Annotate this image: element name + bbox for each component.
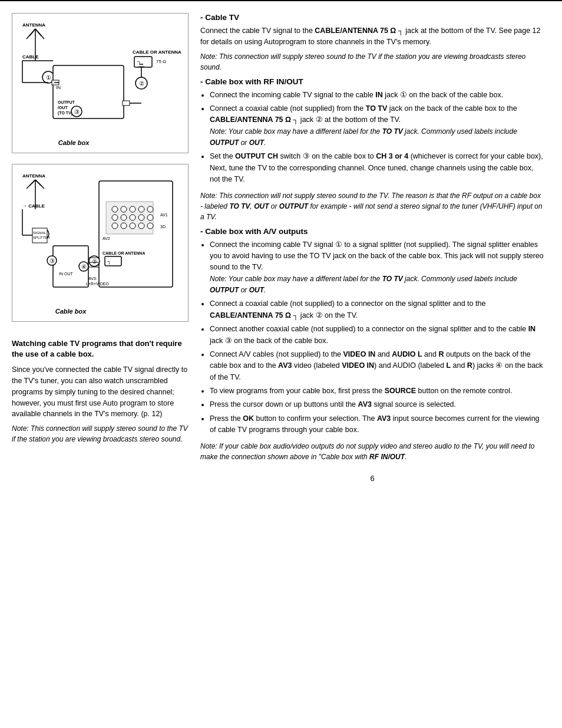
svg-point-28 (112, 206, 118, 212)
av-av3conf-bold: AV3 (377, 414, 391, 423)
svg-point-30 (130, 206, 135, 212)
svg-point-40 (130, 223, 135, 229)
d2-cable-antenna-label: CABLE OR ANTENNA (103, 251, 145, 255)
d1-antenna-label: ANTENNA (22, 22, 45, 28)
rf-totv-bold: TO TV (366, 104, 388, 113)
rf-bullet2: Connect a coaxial cable (not supplied) f… (210, 103, 544, 149)
cable-tv-section: - Cable TV Connect the cable TV signal t… (200, 13, 544, 73)
av-note: Note: If your cable box audio/video outp… (200, 441, 544, 462)
svg-point-32 (147, 206, 153, 212)
diagram2-svg: ANTENNA → CABLE AV1 3D AV2 (17, 169, 183, 317)
av-bullet3: Connect another coaxial cable (not suppl… (210, 324, 544, 347)
av-bullet2: Connect a coaxial cable (not supplied) t… (210, 298, 544, 321)
av-av3sig-bold: AV3 (358, 400, 372, 409)
d1-output-label: OUTPUT (58, 100, 75, 104)
d1-out-label: /OUT (58, 106, 68, 110)
rf-bullet1: Connect the incoming cable TV signal to … (210, 90, 544, 101)
d2-circle2: ② (92, 258, 97, 265)
d2-av2: AV2 (103, 236, 110, 241)
d2-rf-sym: ┐ (107, 258, 111, 265)
d2-antenna-label: ANTENNA (22, 173, 45, 179)
av-videoin2-bold: VIDEO IN (342, 361, 374, 370)
av-bullet4: Connect A/V cables (not supplied) to the… (210, 349, 544, 383)
svg-rect-10 (123, 101, 130, 106)
svg-line-24 (35, 180, 44, 189)
d2-av3-detail: L+R+VIDEO (86, 282, 109, 286)
left-column: ANTENNA CABLE ① IN (12, 13, 189, 483)
svg-point-35 (130, 215, 135, 220)
av-bullet7: Press the OK button to confirm your sele… (210, 413, 544, 436)
cable-antenna-bold: CABLE/ANTENNA 75 Ω ┐ (315, 27, 403, 35)
diagram1-box: ANTENNA CABLE ① IN (12, 13, 189, 153)
d1-circle2: ② (139, 80, 144, 87)
svg-point-41 (138, 223, 144, 229)
right-column: - Cable TV Connect the cable TV signal t… (200, 13, 544, 483)
av-title: - Cable box with A/V outputs (200, 227, 544, 236)
svg-point-36 (138, 215, 144, 220)
rf-note: Note: This connection will not supply st… (200, 190, 544, 222)
diagram2-box: ANTENNA → CABLE AV1 3D AV2 (12, 164, 189, 322)
av-ok-bold: OK (243, 414, 254, 423)
av-list: Connect the incoming cable TV signal ① t… (210, 239, 544, 436)
d1-cable-label: CABLE (22, 54, 39, 60)
cable-tv-note: Note: This connection will supply stereo… (200, 51, 544, 73)
d2-in-out: IN OUT (59, 272, 73, 276)
av-bullet1-note: Note: Your cable box may have a differen… (210, 275, 517, 294)
rf-outputch-bold: OUTPUT CH (235, 152, 278, 160)
svg-point-42 (147, 223, 153, 229)
rf-bullet3: Set the OUTPUT CH switch ③ on the cable … (210, 151, 544, 185)
av-title-text: - Cable box with A/V outputs (200, 227, 308, 236)
rf-list: Connect the incoming cable TV signal to … (210, 90, 544, 186)
d2-circle3: ③ (49, 258, 55, 264)
av-videoin-bold: VIDEO IN (343, 350, 376, 358)
svg-point-31 (138, 206, 144, 212)
rf-in-bold: IN (375, 91, 383, 99)
watching-section: Watching cable TV programs that don't re… (12, 334, 189, 444)
cable-tv-title: - Cable TV (200, 13, 544, 22)
svg-line-3 (35, 29, 44, 39)
rf-inout-section: - Cable box with RF IN/OUT Connect the i… (200, 77, 544, 222)
d1-circle3: ③ (74, 108, 80, 115)
cable-tv-para: Connect the cable TV signal to the CABLE… (200, 25, 544, 48)
d2-av1: AV1 (160, 213, 168, 217)
svg-point-34 (121, 215, 127, 220)
d1-ohm-label: 75 Ω (156, 59, 166, 64)
watching-para1: Since you've connected the cable TV sign… (12, 364, 189, 420)
av-cable-ant-bold: CABLE/ANTENNA 75 Ω ┐ (210, 311, 298, 319)
av-bullet1: Connect the incoming cable TV signal ① t… (210, 239, 544, 297)
av-in-bold: IN (528, 325, 536, 333)
d2-av3-label: AV3: (88, 276, 97, 281)
av-r-bold: R (438, 350, 444, 358)
av-l-bold: L (446, 361, 451, 370)
d1-circle1: ① (46, 74, 51, 81)
d1-in-label: IN (56, 85, 61, 90)
d2-cable-label: → CABLE (22, 203, 45, 209)
cable-tv-title-text: - Cable TV (200, 13, 239, 22)
svg-point-29 (121, 206, 127, 212)
svg-point-33 (112, 215, 118, 220)
d2-splitter2: SPLITTER (33, 236, 50, 239)
svg-point-38 (112, 223, 118, 229)
rf-cable-ant-bold: CABLE/ANTENNA 75 Ω ┐ (210, 116, 298, 124)
av-source-bold: SOURCE (385, 387, 416, 395)
watching-note: Note: This connection will supply stereo… (12, 423, 189, 444)
svg-line-2 (27, 29, 35, 39)
d1-totv-label: (TO TV) (58, 111, 72, 116)
rf-ch34-bold: CH 3 or 4 (376, 152, 408, 160)
page: ANTENNA CABLE ① IN (0, 0, 562, 495)
av-audiol-bold: AUDIO L (392, 350, 422, 358)
d2-caption: Cable box (55, 308, 87, 315)
svg-point-37 (147, 215, 153, 220)
watching-title: Watching cable TV programs that don't re… (12, 338, 189, 360)
rf-title-text: - Cable box with RF IN/OUT (200, 77, 303, 86)
rf-bullet2-note: Note: Your cable box may have a differen… (210, 127, 517, 147)
av-bullet6: Press the cursor down or up buttons unti… (210, 399, 544, 410)
d2-circle4: ④ (81, 263, 87, 270)
d2-3d: 3D (160, 225, 166, 229)
diagram1-svg: ANTENNA CABLE ① IN (17, 18, 183, 148)
d2-splitter: SIGNAL (33, 231, 47, 235)
page-number: 6 (200, 474, 544, 483)
d1-caption: Cable box (58, 139, 90, 146)
av-bullet5: To view programs from your cable box, fi… (210, 386, 544, 397)
av-av3-bold: AV3 (278, 361, 292, 370)
